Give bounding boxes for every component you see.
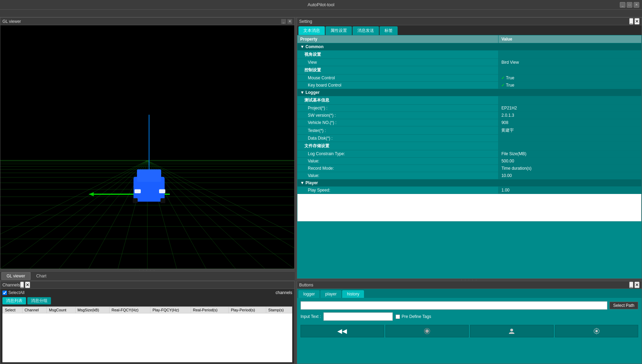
- tab-msg-send[interactable]: 消息发送: [353, 26, 379, 35]
- channels-table-container[interactable]: SelectChannelMsgCountMsgSize(kB)Real-FQC…: [2, 307, 292, 362]
- setting-value-cell[interactable]: Time duration(s): [498, 165, 642, 172]
- setting-tbody: ▼ Common视角设置ViewBird View控制设置Mouse Contr…: [297, 43, 642, 222]
- setting-table-container: Property Value ▼ Common视角设置ViewBird View…: [297, 35, 642, 278]
- setting-row: 文件存储设置: [297, 142, 642, 150]
- gl-viewer-controls: _ ✕: [281, 19, 292, 24]
- setting-property-cell: Log Constrain Type:: [297, 150, 498, 158]
- channels-col-real-fqcy-hz-: Real-FQCY(Hz): [109, 307, 150, 313]
- buttons-close[interactable]: ✕: [634, 282, 640, 288]
- user-button[interactable]: [470, 325, 554, 337]
- setting-value-cell[interactable]: 10.00: [498, 172, 642, 179]
- gl-viewer-close[interactable]: ✕: [287, 19, 292, 24]
- record-icon: [424, 328, 431, 335]
- setting-value-cell[interactable]: 500.00: [498, 158, 642, 165]
- channels-close[interactable]: ✕: [25, 282, 30, 288]
- setting-value-cell[interactable]: ✓ True: [498, 82, 642, 89]
- setting-row: Value:10.00: [297, 172, 642, 179]
- setting-value-cell: [498, 66, 642, 74]
- settings-gear-button[interactable]: [555, 325, 639, 337]
- btn-tab-history[interactable]: history: [342, 290, 364, 298]
- tab-tags[interactable]: 标签: [380, 26, 398, 35]
- svg-rect-38: [159, 189, 165, 193]
- setting-close[interactable]: ✕: [634, 18, 640, 25]
- channels-col-stamp-s-: Stamp(s): [266, 307, 292, 313]
- channels-header: Channels _ ✕: [0, 281, 294, 289]
- channels-sub-tabs: 消息列表 消息分组: [0, 296, 294, 305]
- setting-value-cell[interactable]: Bird View: [498, 59, 642, 66]
- tab-text-msg[interactable]: 文本消息: [298, 26, 325, 35]
- grid-svg: [0, 25, 294, 269]
- setting-table: Property Value ▼ Common视角设置ViewBird View…: [297, 35, 642, 222]
- setting-row: Key board Control✓ True: [297, 82, 642, 89]
- setting-property-cell: SW version(*) :: [297, 112, 498, 119]
- minimize-button[interactable]: _: [620, 2, 625, 8]
- channels-col-play-fqcy-hz-: Play-FQCY(Hz): [150, 307, 191, 313]
- prev-button[interactable]: ◀◀: [301, 325, 384, 337]
- buttons-title: Buttons: [299, 283, 313, 287]
- btn-tab-player[interactable]: player: [320, 290, 341, 298]
- action-buttons: ◀◀: [301, 325, 638, 337]
- setting-value-cell: [498, 135, 642, 142]
- select-all-checkbox[interactable]: [2, 291, 7, 295]
- setting-row: 控制设置: [297, 66, 642, 74]
- setting-property-cell: Value:: [297, 158, 498, 165]
- channels-col-real-period-s-: Real-Period(s): [191, 307, 228, 313]
- setting-property-cell: 测试基本信息: [297, 96, 498, 105]
- setting-col-value: Value: [498, 35, 642, 43]
- setting-value-cell[interactable]: ✓ True: [498, 74, 642, 82]
- svg-point-42: [425, 329, 429, 333]
- menubar: [0, 10, 642, 17]
- ch-tab-msg-list[interactable]: 消息列表: [2, 297, 26, 304]
- predefine-checkbox[interactable]: [396, 314, 400, 319]
- select-all-label: SelectAll: [8, 290, 25, 295]
- predefine-label: Pre Define Tags: [401, 314, 431, 319]
- path-row: Select Path: [301, 301, 638, 310]
- setting-header-row: Property Value: [297, 35, 642, 43]
- setting-value-cell[interactable]: File Size(MB): [498, 150, 642, 158]
- ch-tab-msg-group[interactable]: 消息分组: [27, 297, 51, 304]
- input-text-label: Input Text :: [301, 314, 321, 319]
- window-controls: _ □ ✕: [620, 2, 639, 8]
- buttons-minimize[interactable]: _: [629, 282, 633, 288]
- setting-property-cell: Play Speed:: [297, 187, 498, 194]
- setting-row: Play Speed:1.00: [297, 187, 642, 194]
- setting-value-cell[interactable]: EP21H2: [498, 105, 642, 112]
- channels-col-select: Select: [3, 307, 23, 313]
- setting-value-cell[interactable]: 黄建宇: [498, 126, 642, 135]
- setting-property-cell: Record Mode:: [297, 165, 498, 172]
- setting-empty-area: [297, 194, 642, 222]
- channels-minimize[interactable]: _: [20, 282, 24, 288]
- maximize-button[interactable]: □: [627, 2, 632, 8]
- setting-row: Project(*) :EP21H2: [297, 105, 642, 112]
- gl-canvas[interactable]: [0, 25, 294, 269]
- gl-viewer-header: GL viewer _ ✕: [0, 18, 294, 25]
- svg-rect-36: [137, 169, 161, 182]
- record-button[interactable]: [385, 325, 469, 337]
- setting-value-cell[interactable]: 908: [498, 119, 642, 126]
- tab-chart[interactable]: Chart: [31, 272, 52, 280]
- gear-icon: [593, 328, 600, 335]
- setting-value-cell[interactable]: 1.00: [498, 187, 642, 194]
- setting-value-cell[interactable]: 2.0.1.3: [498, 112, 642, 119]
- setting-row: SW version(*) :2.0.1.3: [297, 112, 642, 119]
- setting-section-common: ▼ Common: [297, 43, 642, 51]
- tab-gl-viewer[interactable]: GL viewer: [1, 272, 31, 280]
- svg-point-44: [595, 330, 598, 332]
- input-text-field[interactable]: [323, 312, 393, 321]
- setting-row: Value:500.00: [297, 158, 642, 165]
- buttons-tabs: logger player history: [297, 289, 642, 298]
- setting-minimize[interactable]: _: [629, 18, 633, 25]
- buttons-content: Select Path Input Text : Pre Define Tags…: [297, 298, 642, 364]
- channels-right-label: channels: [276, 290, 292, 295]
- close-button[interactable]: ✕: [634, 2, 639, 8]
- tab-properties[interactable]: 属性设置: [326, 26, 352, 35]
- path-input[interactable]: [301, 301, 607, 310]
- btn-tab-logger[interactable]: logger: [298, 290, 320, 298]
- channels-title: Channels: [2, 283, 20, 287]
- select-path-button[interactable]: Select Path: [609, 302, 638, 309]
- buttons-header: Buttons _ ✕: [297, 281, 642, 289]
- setting-property-cell: Mouse Control: [297, 74, 498, 82]
- channels-col-channel: Channel: [22, 307, 46, 313]
- svg-rect-37: [135, 189, 141, 193]
- gl-viewer-minimize[interactable]: _: [281, 19, 286, 24]
